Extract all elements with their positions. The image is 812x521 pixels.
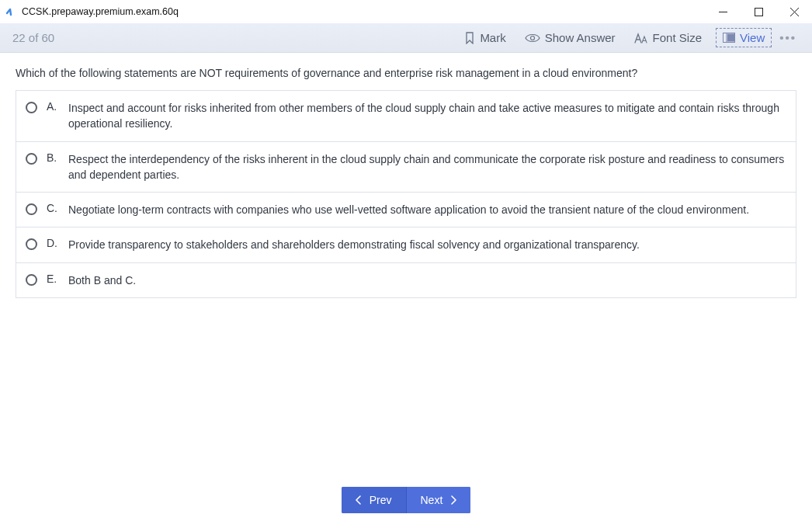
app-icon	[5, 5, 17, 18]
radio-icon	[26, 102, 37, 113]
view-label: View	[740, 31, 765, 44]
svg-point-4	[530, 36, 534, 40]
font-size-label: Font Size	[653, 31, 702, 44]
next-button[interactable]: Next	[407, 487, 471, 513]
mark-label: Mark	[480, 31, 505, 44]
window-titlebar: CCSK.prepaway.premium.exam.60q	[0, 0, 812, 23]
font-size-button[interactable]: Font Size	[625, 28, 711, 47]
svg-rect-7	[727, 34, 734, 42]
option-letter: C.	[47, 202, 62, 214]
option-text: Provide transparency to stakeholders and…	[68, 237, 640, 252]
option-d[interactable]: D. Provide transparency to stakeholders …	[16, 228, 796, 262]
question-counter: 22 of 60	[12, 31, 54, 44]
option-letter: D.	[47, 237, 62, 249]
svg-rect-1	[755, 8, 762, 16]
options-list: A. Inspect and account for risks inherit…	[16, 90, 796, 298]
option-text: Negotiate long-term contracts with compa…	[68, 202, 749, 217]
option-text: Respect the interdependency of the risks…	[68, 151, 785, 183]
bookmark-icon	[464, 32, 475, 44]
bottom-nav: Prev Next	[0, 487, 812, 513]
option-text: Both B and C.	[68, 273, 136, 288]
option-letter: E.	[47, 273, 62, 285]
option-text: Inspect and account for risks inherited …	[68, 100, 785, 132]
window-title: CCSK.prepaway.premium.exam.60q	[22, 6, 179, 17]
option-letter: B.	[47, 151, 62, 164]
question-content: Which of the following statements are NO…	[0, 53, 812, 298]
option-c[interactable]: C. Negotiate long-term contracts with co…	[16, 193, 796, 228]
option-e[interactable]: E. Both B and C.	[16, 263, 796, 297]
chevron-right-icon	[450, 495, 456, 505]
window-maximize-button[interactable]	[741, 0, 776, 23]
radio-icon	[26, 153, 37, 165]
question-text: Which of the following statements are NO…	[16, 67, 796, 79]
chevron-left-icon	[356, 495, 362, 505]
window-close-button[interactable]	[776, 0, 812, 23]
option-letter: A.	[47, 100, 62, 113]
prev-label: Prev	[370, 494, 392, 506]
view-icon	[723, 33, 735, 43]
next-label: Next	[421, 494, 443, 506]
eye-icon	[525, 33, 540, 43]
prev-button[interactable]: Prev	[342, 487, 407, 513]
font-size-icon	[634, 33, 648, 43]
option-b[interactable]: B. Respect the interdependency of the ri…	[16, 142, 796, 193]
window-minimize-button[interactable]	[705, 0, 741, 23]
view-button[interactable]: View	[716, 28, 772, 47]
radio-icon	[26, 238, 37, 250]
mark-button[interactable]: Mark	[455, 28, 515, 47]
toolbar: 22 of 60 Mark Show Answer Font Size	[0, 23, 812, 53]
radio-icon	[26, 274, 37, 286]
show-answer-button[interactable]: Show Answer	[515, 28, 625, 47]
option-a[interactable]: A. Inspect and account for risks inherit…	[16, 91, 796, 142]
radio-icon	[26, 203, 37, 215]
show-answer-label: Show Answer	[545, 31, 616, 44]
more-options-button[interactable]: •••	[772, 28, 804, 47]
